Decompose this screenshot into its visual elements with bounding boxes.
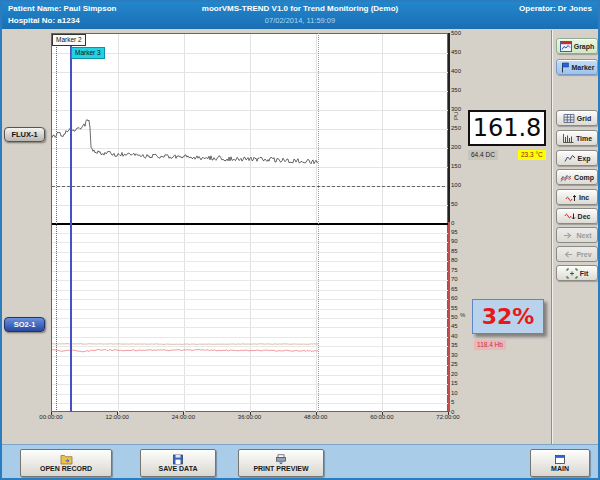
flux-value: 161.8 <box>473 114 542 142</box>
dec-button[interactable]: Dec <box>556 208 598 224</box>
save-floppy-icon <box>172 454 184 465</box>
grid-button[interactable]: Grid <box>556 110 598 126</box>
so2-y-tick-label: 80 <box>451 257 467 263</box>
marker-button[interactable]: Marker <box>556 59 598 75</box>
exp-icon <box>564 153 576 164</box>
graph-button-label: Graph <box>574 43 595 50</box>
time-button-label: Time <box>576 135 592 142</box>
trend-chart-svg <box>52 34 449 413</box>
next-button[interactable]: Next <box>556 227 598 243</box>
marker-button-label: Marker <box>572 64 595 71</box>
prev-arrow-icon <box>562 249 574 260</box>
exp-button-label: Exp <box>578 155 591 162</box>
hb-chip: 118.4 Hb <box>474 340 506 350</box>
flux-channel-label: FLUX-1 <box>11 130 37 139</box>
so2-y-tick-label: 60 <box>451 295 467 301</box>
marker-line-2[interactable] <box>56 33 57 412</box>
fit-button[interactable]: Fit <box>556 265 598 281</box>
so2-y-tick-label: 85 <box>451 248 467 254</box>
time-button[interactable]: Time <box>556 130 598 146</box>
so2-y-tick-label: 55 <box>451 305 467 311</box>
dec-icon <box>564 211 576 222</box>
so2-y-tick-label: 95 <box>451 229 467 235</box>
data-end-cursor-line <box>318 33 319 412</box>
save-data-button[interactable]: SAVE DATA <box>140 449 216 477</box>
flux-channel-button[interactable]: FLUX-1 <box>4 127 45 142</box>
flux-y-tick-label: 350 <box>451 87 467 93</box>
main-button-label: MAIN <box>551 465 569 472</box>
exp-button[interactable]: Exp <box>556 150 598 166</box>
x-axis-tick <box>250 412 251 415</box>
so2-y-tick-label: 25 <box>451 361 467 367</box>
time-icon <box>562 133 574 144</box>
open-record-label: OPEN RECORD <box>40 465 92 472</box>
so2-channel-button[interactable]: SO2-1 <box>4 317 45 332</box>
marker-label-2[interactable]: Marker 2 <box>52 34 86 46</box>
flux-y-tick-label: 100 <box>451 182 467 188</box>
print-preview-label: PRINT PREVIEW <box>253 465 308 472</box>
x-axis-tick <box>183 412 184 415</box>
graph-icon <box>560 41 572 52</box>
comp-button[interactable]: Comp <box>556 169 598 185</box>
flux-dc-chip: 64.4 DC <box>468 150 498 160</box>
so2-y-tick-label: 15 <box>451 380 467 386</box>
so2-y-tick-label: 65 <box>451 286 467 292</box>
flux-axis-line <box>448 33 450 223</box>
app-window: Patient Name: Paul Simpson Hospital No: … <box>0 0 600 480</box>
flux-y-tick-label: 50 <box>451 201 467 207</box>
so2-y-tick-label: 35 <box>451 342 467 348</box>
x-axis-tick <box>117 412 118 415</box>
datetime: 07/02/2014, 11:59:09 <box>0 16 600 25</box>
marker-label-3[interactable]: Marker 3 <box>71 47 105 59</box>
so2-y-tick-label: 50 <box>451 314 467 320</box>
so2-y-tick-label: 90 <box>451 238 467 244</box>
prev-button[interactable]: Prev <box>556 246 598 262</box>
grid-icon <box>563 113 575 124</box>
so2-y-tick-label: 70 <box>451 276 467 282</box>
app-title: moorVMS-TREND V1.0 for Trend Monitoring … <box>0 4 600 13</box>
graph-button[interactable]: Graph <box>556 38 598 54</box>
window-icon <box>554 454 566 465</box>
flux-unit-label: PU <box>453 112 459 120</box>
x-axis-tick <box>316 412 317 415</box>
flux-y-tick-label: 400 <box>451 68 467 74</box>
next-arrow-icon <box>562 230 574 241</box>
so2-axis-line <box>448 222 450 412</box>
fit-icon <box>566 268 578 279</box>
flux-y-tick-label: 150 <box>451 163 467 169</box>
flux-y-tick-label: 300 <box>451 106 467 112</box>
inc-button-label: Inc <box>579 194 589 201</box>
so2-value: 32% <box>482 304 535 329</box>
so2-y-tick-label: 30 <box>451 352 467 358</box>
fit-button-label: Fit <box>580 270 589 277</box>
flux-y-tick-label: 250 <box>451 125 467 131</box>
printer-icon <box>275 454 287 465</box>
marker-line-3[interactable] <box>70 33 72 412</box>
print-preview-button[interactable]: PRINT PREVIEW <box>238 449 324 477</box>
temperature-chip: 23.3 °C <box>518 150 546 160</box>
dec-button-label: Dec <box>578 213 591 220</box>
flux-y-tick-label: 0 <box>451 220 467 226</box>
flux-y-tick-label: 500 <box>451 30 467 36</box>
x-axis-tick <box>382 412 383 415</box>
open-record-button[interactable]: OPEN RECORD <box>20 449 112 477</box>
inc-button[interactable]: Inc <box>556 189 598 205</box>
title-bar: Patient Name: Paul Simpson Hospital No: … <box>0 0 600 29</box>
main-button[interactable]: MAIN <box>530 449 590 477</box>
so2-value-display: 32% <box>472 299 544 334</box>
comp-icon <box>560 172 572 183</box>
comp-button-label: Comp <box>574 174 594 181</box>
flag-icon <box>560 62 570 73</box>
so2-y-tick-label: 75 <box>451 267 467 273</box>
operator-name: Operator: Dr Jones <box>519 4 592 13</box>
so2-y-tick-label: 20 <box>451 371 467 377</box>
so2-y-tick-label: 10 <box>451 390 467 396</box>
flux-y-tick-label: 200 <box>451 144 467 150</box>
panel-divider <box>551 30 552 444</box>
grid-button-label: Grid <box>577 115 591 122</box>
so2-y-tick-label: 5 <box>451 399 467 405</box>
bottom-toolbar: OPEN RECORD SAVE DATA PRINT PREVIEW MA <box>0 444 600 480</box>
x-axis-tick <box>448 412 449 415</box>
trend-chart[interactable] <box>51 33 448 412</box>
so2-y-tick-label: 40 <box>451 333 467 339</box>
